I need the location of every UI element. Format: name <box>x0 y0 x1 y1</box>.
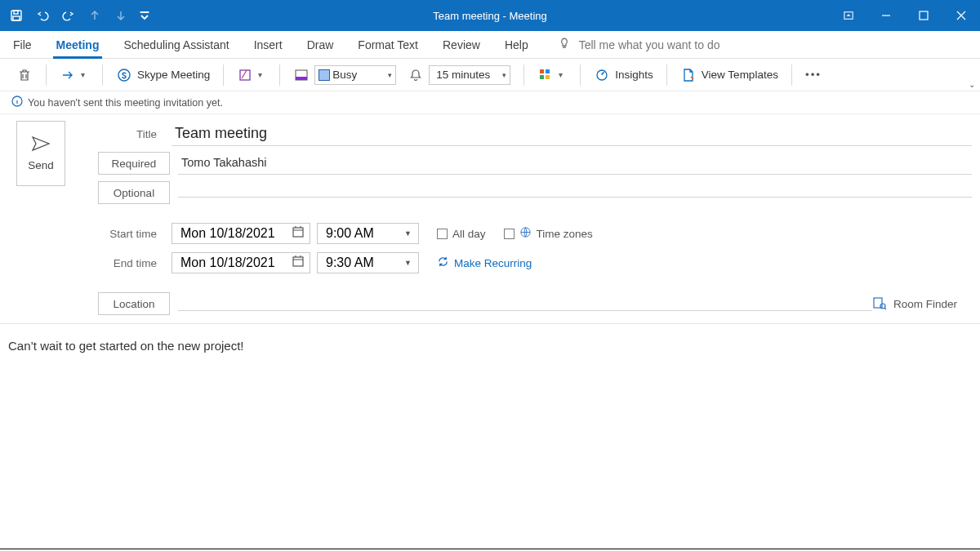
start-time-input[interactable]: 9:00 AM▼ <box>317 223 419 244</box>
templates-icon <box>680 67 697 83</box>
svg-rect-17 <box>293 257 303 266</box>
ribbon-expand-icon[interactable]: ⌄ <box>969 80 975 89</box>
forward-dropdown[interactable]: ▾ <box>81 70 89 79</box>
title-label: Title <box>74 128 172 140</box>
svg-rect-12 <box>546 75 550 79</box>
svg-rect-1 <box>14 11 18 14</box>
window-controls <box>830 0 980 31</box>
end-date-input[interactable]: Mon 10/18/2021 <box>172 252 310 273</box>
required-button[interactable]: Required <box>98 152 170 175</box>
recurring-icon <box>437 256 449 270</box>
room-finder-button[interactable]: Room Finder <box>872 295 972 313</box>
info-icon <box>11 96 23 109</box>
qat-dropdown-icon[interactable] <box>137 6 152 25</box>
title-doc: Team meeting <box>433 10 500 22</box>
svg-rect-9 <box>540 69 544 73</box>
busy-swatch-icon <box>318 69 330 81</box>
tab-review[interactable]: Review <box>439 31 483 59</box>
close-icon[interactable] <box>942 0 980 31</box>
start-date-input[interactable]: Mon 10/18/2021 <box>172 223 310 244</box>
end-time-input[interactable]: 9:30 AM▼ <box>317 252 419 273</box>
view-templates-button[interactable]: View Templates <box>672 59 786 91</box>
send-icon <box>31 136 51 154</box>
undo-icon[interactable] <box>33 6 52 25</box>
tab-draw[interactable]: Draw <box>304 31 337 59</box>
maximize-icon[interactable] <box>905 0 942 31</box>
categorize-icon[interactable] <box>537 67 554 83</box>
down-arrow-icon[interactable] <box>111 6 131 25</box>
meeting-form: Send Title Team meeting Required Tomo Ta… <box>0 114 980 317</box>
globe-icon <box>519 226 532 241</box>
time-zones-checkbox[interactable]: Time zones <box>504 226 593 241</box>
calendar-icon <box>292 225 305 242</box>
insights-button[interactable]: Insights <box>586 59 662 91</box>
overflow-button[interactable]: ••• <box>797 59 830 91</box>
insights-icon <box>594 67 610 83</box>
delete-icon[interactable] <box>16 67 33 83</box>
svg-rect-2 <box>13 16 20 20</box>
room-finder-icon <box>872 295 887 313</box>
skype-meeting-button[interactable]: Skype Meeting <box>108 59 218 91</box>
quick-access-toolbar <box>0 6 152 25</box>
title-bar: Team meeting - Meeting <box>0 0 980 31</box>
meeting-notes-icon[interactable] <box>237 67 253 83</box>
save-icon[interactable] <box>7 6 26 25</box>
ribbon-tabs: File Meeting Scheduling Assistant Insert… <box>0 31 980 59</box>
reminder-select[interactable]: 15 minutes ▾ <box>429 65 510 85</box>
make-recurring-link[interactable]: Make Recurring <box>437 256 532 270</box>
show-as-icon[interactable] <box>293 67 310 83</box>
svg-rect-8 <box>296 77 307 80</box>
footer-border <box>0 549 980 549</box>
info-bar: You haven't sent this meeting invitation… <box>0 91 980 114</box>
ribbon-display-options-icon[interactable] <box>830 0 867 31</box>
start-time-label: Start time <box>74 228 172 240</box>
svg-rect-15 <box>293 228 303 237</box>
ribbon-toolbar: ▾ Skype Meeting ▾ Busy ▾ 15 minutes ▾ ▾ … <box>0 59 980 91</box>
info-text: You haven't sent this meeting invitation… <box>28 97 223 109</box>
title-input[interactable]: Team meeting <box>172 122 972 146</box>
tab-meeting[interactable]: Meeting <box>53 31 103 59</box>
tell-me-placeholder: Tell me what you want to do <box>579 38 720 51</box>
skype-icon <box>116 67 132 83</box>
show-as-select[interactable]: Busy ▾ <box>314 65 396 85</box>
end-time-label: End time <box>74 257 172 269</box>
calendar-icon <box>292 255 305 271</box>
svg-rect-10 <box>546 69 550 73</box>
tab-help[interactable]: Help <box>501 31 532 59</box>
reminder-bell-icon[interactable] <box>408 67 424 83</box>
optional-input[interactable] <box>178 189 972 198</box>
title-type: Meeting <box>509 10 546 22</box>
tab-scheduling-assistant[interactable]: Scheduling Assistant <box>120 31 232 59</box>
window-title: Team meeting - Meeting <box>433 10 546 22</box>
tell-me-search[interactable]: Tell me what you want to do <box>558 37 720 52</box>
notes-dropdown[interactable]: ▾ <box>258 70 266 79</box>
tab-file[interactable]: File <box>10 31 35 59</box>
svg-rect-6 <box>240 70 250 80</box>
svg-rect-4 <box>920 11 928 20</box>
minimize-icon[interactable] <box>867 0 905 31</box>
all-day-checkbox[interactable]: All day <box>437 228 486 240</box>
tab-format-text[interactable]: Format Text <box>354 31 421 59</box>
lightbulb-icon <box>558 37 571 52</box>
tab-insert[interactable]: Insert <box>251 31 286 59</box>
redo-icon[interactable] <box>59 6 78 25</box>
location-input[interactable] <box>178 296 872 311</box>
meeting-body[interactable]: Can’t wait to get started on the new pro… <box>0 324 980 367</box>
send-button[interactable]: Send <box>16 121 65 186</box>
svg-rect-11 <box>540 75 544 79</box>
up-arrow-icon[interactable] <box>85 6 105 25</box>
location-button[interactable]: Location <box>98 292 170 315</box>
optional-button[interactable]: Optional <box>98 181 170 204</box>
forward-arrow-icon[interactable] <box>60 67 76 83</box>
required-input[interactable]: Tomo Takahashi <box>178 153 972 175</box>
categorize-dropdown[interactable]: ▾ <box>559 70 567 79</box>
